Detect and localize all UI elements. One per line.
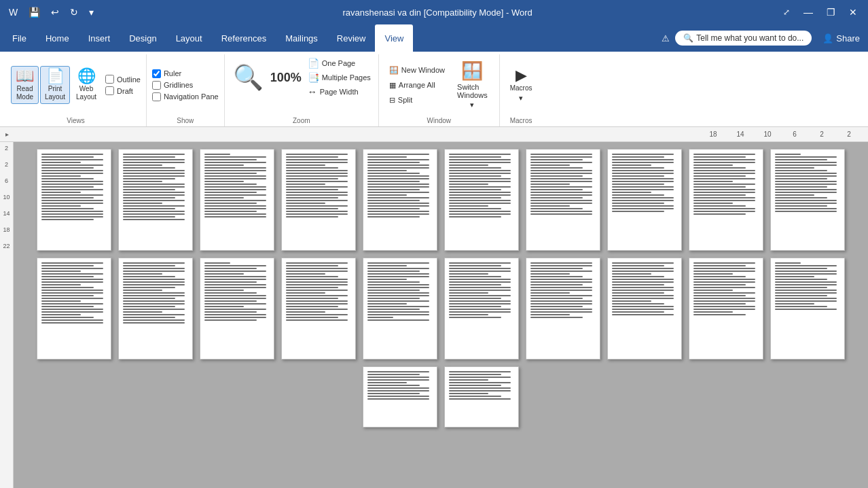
pages-area[interactable] xyxy=(14,142,868,488)
one-page-label: One Page xyxy=(322,59,356,67)
ruler-num-6: 6 xyxy=(781,130,808,138)
zoom-group-label: Zoom xyxy=(293,116,310,126)
menu-help-area: ⚠ 🔍 Tell me what you want to do... 👤 Sha… xyxy=(662,24,865,52)
ribbon: 📖 ReadMode 📄 PrintLayout 🌐 WebLayout Out… xyxy=(0,52,868,127)
menu-review[interactable]: Review xyxy=(327,24,376,52)
page-thumb-13[interactable] xyxy=(200,258,274,360)
page-thumb-19[interactable] xyxy=(689,258,763,360)
page-content-16 xyxy=(445,258,518,359)
web-layout-label: WebLayout xyxy=(76,85,96,101)
undo-button[interactable]: ↩ xyxy=(48,5,62,19)
page-thumb-2[interactable] xyxy=(118,149,193,251)
macros-dropdown-icon: ▾ xyxy=(519,94,523,103)
ruler-num-10: 10 xyxy=(754,130,781,138)
ribbon-group-zoom: 🔍 100% 📄 One Page 📑 Multiple Pages ↔ Pag… xyxy=(225,54,379,126)
arrange-all-button[interactable]: ▦ Arrange All xyxy=(384,79,450,92)
page-thumb-15[interactable] xyxy=(363,258,437,360)
zoom-icon[interactable]: 🔍 xyxy=(230,60,266,94)
page-thumb-1[interactable] xyxy=(37,149,111,251)
warning-icon: ⚠ xyxy=(662,33,670,43)
page-thumb-5[interactable] xyxy=(363,149,437,251)
page-content-15 xyxy=(363,258,437,359)
menu-home[interactable]: Home xyxy=(36,24,79,52)
quick-access-toolbar: W 💾 ↩ ↻ ▾ xyxy=(5,5,97,19)
page-thumb-14[interactable] xyxy=(281,258,356,360)
page-content-11 xyxy=(37,258,111,359)
macros-label: Macros xyxy=(510,84,532,92)
page-thumb-21[interactable] xyxy=(363,366,437,428)
menu-layout[interactable]: Layout xyxy=(166,24,212,52)
page-row-3 xyxy=(27,366,854,428)
page-thumb-9[interactable] xyxy=(689,149,763,251)
views-group-label: Views xyxy=(67,116,85,126)
close-button[interactable]: ✕ xyxy=(844,4,863,20)
page-content-4 xyxy=(282,150,355,250)
new-window-button[interactable]: 🪟 New Window xyxy=(384,64,450,77)
minimize-button[interactable]: — xyxy=(798,4,818,20)
ruler-label: Ruler xyxy=(164,69,181,77)
page-thumb-11[interactable] xyxy=(37,258,111,360)
multiple-pages-button[interactable]: 📑 Multiple Pages xyxy=(306,71,373,84)
page-thumb-22[interactable] xyxy=(444,366,519,428)
macros-items: ▶ Macros ▾ xyxy=(505,54,537,116)
resize-button[interactable]: ⤢ xyxy=(778,5,795,20)
save-button[interactable]: 💾 xyxy=(25,5,43,19)
tell-me-input[interactable]: 🔍 Tell me what you want to do... xyxy=(675,31,812,46)
macros-button[interactable]: ▶ Macros ▾ xyxy=(505,65,537,105)
page-content-21 xyxy=(363,367,437,427)
outline-checkbox[interactable] xyxy=(105,75,114,84)
customize-quick-access[interactable]: ▾ xyxy=(86,5,97,19)
page-content-20 xyxy=(771,258,844,359)
menu-file[interactable]: File xyxy=(3,24,36,52)
ruler-num-2b: 2 xyxy=(835,130,863,138)
page-thumb-18[interactable] xyxy=(607,258,682,360)
menu-view[interactable]: View xyxy=(375,24,413,52)
draft-checkbox[interactable] xyxy=(105,86,114,95)
zoom-options: 📄 One Page 📑 Multiple Pages ↔ Page Width xyxy=(306,57,373,98)
arrange-all-label: Arrange All xyxy=(399,81,435,89)
split-button[interactable]: ⊟ Split xyxy=(384,94,450,107)
menu-mailings[interactable]: Mailings xyxy=(276,24,327,52)
ruler-checkbox[interactable] xyxy=(152,69,161,78)
page-thumb-8[interactable] xyxy=(607,149,682,251)
web-layout-button[interactable]: 🌐 WebLayout xyxy=(71,66,101,104)
page-thumb-12[interactable] xyxy=(118,258,193,360)
print-layout-button[interactable]: 📄 PrintLayout xyxy=(40,66,70,104)
menu-design[interactable]: Design xyxy=(120,24,166,52)
page-thumb-3[interactable] xyxy=(200,149,274,251)
page-thumb-20[interactable] xyxy=(770,258,845,360)
switch-windows-button[interactable]: 🪟 SwitchWindows ▾ xyxy=(451,57,494,113)
outline-check[interactable]: Outline xyxy=(105,75,141,84)
read-mode-button[interactable]: 📖 ReadMode xyxy=(11,66,39,104)
one-page-button[interactable]: 📄 One Page xyxy=(306,57,373,69)
page-thumb-16[interactable] xyxy=(444,258,519,360)
page-content-18 xyxy=(608,258,681,359)
restore-button[interactable]: ❐ xyxy=(821,4,841,20)
ruler-bar: ▸ 18 14 10 6 2 2 xyxy=(0,127,868,142)
draft-check[interactable]: Draft xyxy=(105,86,141,95)
ribbon-group-views: 📖 ReadMode 📄 PrintLayout 🌐 WebLayout Out… xyxy=(5,54,147,126)
gridlines-checkbox[interactable] xyxy=(152,81,161,90)
page-thumb-4[interactable] xyxy=(281,149,356,251)
share-button[interactable]: 👤 Share xyxy=(817,33,865,43)
ruler-check[interactable]: Ruler xyxy=(152,69,219,78)
redo-button[interactable]: ↻ xyxy=(67,5,82,19)
menu-references[interactable]: References xyxy=(212,24,276,52)
print-layout-label: PrintLayout xyxy=(45,85,65,101)
gridlines-check[interactable]: Gridlines xyxy=(152,81,219,90)
ruler-num-18: 18 xyxy=(700,130,727,138)
page-thumb-7[interactable] xyxy=(526,149,600,251)
page-thumb-10[interactable] xyxy=(770,149,845,251)
nav-pane-checkbox[interactable] xyxy=(152,92,161,101)
word-icon[interactable]: W xyxy=(5,5,21,19)
ruler-num-2: 2 xyxy=(808,130,835,138)
menu-insert[interactable]: Insert xyxy=(79,24,120,52)
page-thumb-6[interactable] xyxy=(444,149,519,251)
print-layout-icon: 📄 xyxy=(46,69,65,84)
page-width-button[interactable]: ↔ Page Width xyxy=(306,86,373,98)
page-row-1 xyxy=(27,149,854,251)
macros-icon: ▶ xyxy=(516,68,527,83)
nav-pane-check[interactable]: Navigation Pane xyxy=(152,92,219,101)
switch-windows-icon: 🪟 xyxy=(461,60,483,82)
page-thumb-17[interactable] xyxy=(526,258,600,360)
